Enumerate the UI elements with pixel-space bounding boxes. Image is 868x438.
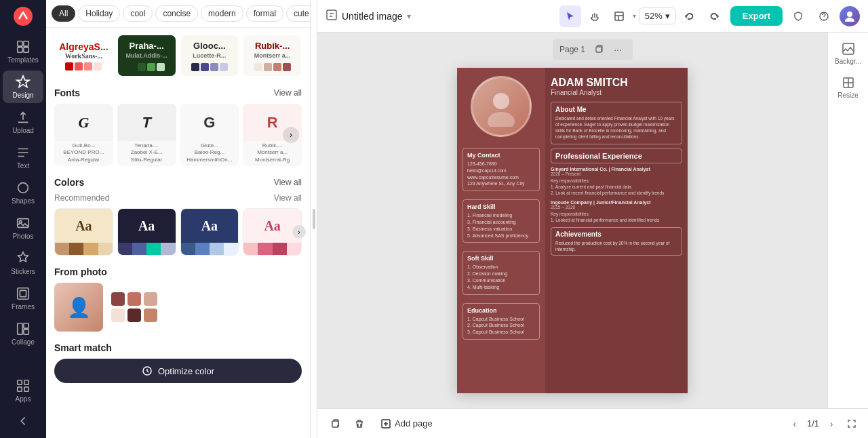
prev-page-btn[interactable]: ‹ [787,416,803,432]
filter-holiday[interactable]: Holiday [78,5,120,22]
sidebar-item-templates[interactable]: Templates [3,35,43,68]
font-card-4[interactable]: R Rubik-... Montserr a... Montserrat-Rg … [243,104,302,166]
from-photo-header: From photo [54,266,302,277]
svg-rect-2 [24,41,28,46]
soft-skill-section: Soft Skill 1. Observation2. Decision mak… [462,251,540,294]
svg-rect-13 [18,380,22,384]
font-template-3[interactable]: Glooc... Lucette-R... [180,35,239,77]
sidebar-item-text[interactable]: Text [3,141,43,174]
sidebar-item-stickers[interactable]: Stickers [3,247,43,279]
zoom-control[interactable]: 52% ▾ [639,7,676,24]
filter-concise[interactable]: concise [155,5,198,22]
hard-skills: 1. Financial modeling3. Financial accoun… [467,212,535,239]
add-page-button[interactable]: Add page [374,416,439,431]
layout-chevron[interactable]: ▾ [633,12,636,20]
contact-title: My Contact [467,152,535,159]
svg-rect-11 [24,323,28,328]
next-page-btn[interactable]: › [823,416,840,432]
delete-page-btn[interactable] [350,414,369,433]
photo-swatch-2[interactable] [127,292,141,306]
resume-right-column: ADAM SMITCH Financial Analyst About Me D… [545,68,688,393]
canvas-viewport[interactable]: Page 1 ··· [317,33,827,408]
svg-rect-4 [24,47,28,52]
page-more-btn[interactable]: ··· [610,41,626,58]
hard-skill-title: Hard Skill [467,203,535,210]
hand-tool[interactable] [584,5,606,27]
help-icon-btn[interactable] [814,6,834,26]
hard-skill-section: Hard Skill 1. Financial modeling3. Finan… [462,199,540,243]
contact-section: My Contact 123-456-7890hello@capcut.comw… [462,148,540,191]
filter-bar: All Holiday cool concise modern formal c… [46,0,310,28]
right-panel-resize[interactable]: Resize [831,72,866,103]
exp-block-2: Ingoude Company | Junior/Financial Analy… [551,200,682,223]
filter-all[interactable]: All [52,5,75,22]
resume-left-column: My Contact 123-456-7890hello@capcut.comw… [457,68,545,393]
sidebar-collapse-btn[interactable] [3,410,43,433]
font-template-4[interactable]: Rubik-... Montserr a... [243,35,302,77]
recommended-label: Recommended View all [54,193,302,203]
page-label: Page 1 [559,45,585,54]
undo-button[interactable] [679,5,701,27]
canvas-area: Untitled image ▾ ▾ 52% [317,0,868,438]
palette-1[interactable]: Aa [54,208,113,256]
smart-match-header: Smart match [54,342,302,353]
fonts-view-all[interactable]: View all [274,88,302,98]
svg-rect-14 [24,380,28,384]
toolbar-tools: ▾ 52% ▾ [559,5,725,27]
cursor-tool[interactable] [559,5,581,27]
font-card-1-label: Guti-Bo... BEYOND PRO... Anta-Regular [54,141,113,166]
svg-rect-19 [615,12,623,20]
filter-modern[interactable]: modern [201,5,243,22]
design-panel: All Holiday cool concise modern formal c… [46,0,311,438]
right-panel-background[interactable]: Backgr... [831,38,866,69]
filter-cute[interactable]: cute [286,5,310,22]
sidebar-item-photos[interactable]: Photos [3,212,43,244]
redo-button[interactable] [703,5,725,27]
user-avatar[interactable] [840,6,860,26]
sidebar-item-collage[interactable]: Collage [3,317,43,350]
layout-tool[interactable] [608,5,630,27]
photo-swatch-6[interactable] [144,308,157,322]
panel-resize-handle[interactable] [311,0,317,438]
fonts-more-btn[interactable]: › [283,127,299,143]
palettes-more-btn[interactable]: › [292,225,306,239]
photo-swatch-3[interactable] [144,292,157,306]
sidebar-item-design[interactable]: Design [3,71,43,103]
fonts-grid: G Guti-Bo... BEYOND PRO... Anta-Regular … [54,104,302,166]
fullscreen-btn[interactable] [844,416,860,432]
sidebar-item-upload[interactable]: Upload [3,106,43,138]
font-card-3[interactable]: G Glute... Baloo-Reg... HammersmithOn... [180,104,239,166]
exp1-dates: 2020 – Present [551,172,682,176]
doc-title-chevron[interactable]: ▾ [407,12,411,21]
svg-rect-12 [24,330,28,334]
optimize-color-button[interactable]: Optimize color [54,359,302,383]
sidebar-item-shapes[interactable]: Shapes [3,176,43,209]
photo-swatch-5[interactable] [127,308,141,322]
sidebar-item-frames[interactable]: Frames [3,282,43,315]
shield-icon-btn[interactable] [788,6,808,26]
font-card-1[interactable]: G Guti-Bo... BEYOND PRO... Anta-Regular [54,104,113,166]
palette-3[interactable]: Aa [180,208,239,256]
palette-2[interactable]: Aa [117,208,176,256]
photo-swatch-4[interactable] [111,308,125,322]
photo-swatch-1[interactable] [111,292,125,306]
font-template-1[interactable]: AlgreyaS... WorkSans-... [54,35,113,77]
about-me-section: About Me Dedicated and detail-oriented F… [551,102,682,144]
copy-page-btn[interactable] [326,414,344,433]
bottom-right-controls: ‹ 1/1 › [787,416,860,432]
doc-title: Untitled image [342,11,403,22]
font-card-3-label: Glute... Baloo-Reg... HammersmithOn... [180,141,239,166]
filter-cool[interactable]: cool [123,5,153,22]
sidebar-item-apps[interactable]: Apps [3,374,43,407]
exp2-dates: 2015 – 2020 [551,205,682,210]
font-card-2[interactable]: T Tenada-... Zaobel X-E... Stilu-Regular [117,104,176,166]
font-template-2[interactable]: Praha-... Mulat.Addis-... [117,35,176,77]
photo-thumbnail[interactable]: 👤 [54,283,103,332]
export-button[interactable]: Export [730,6,783,26]
achieve-text: Reduced the production cost by 20% in th… [555,240,677,252]
colors-view-all[interactable]: View all [274,178,302,187]
page-copy-btn[interactable] [591,41,607,58]
smart-match-section: Smart match Optimize color [54,342,302,383]
canvas-container: Page 1 ··· [317,33,868,408]
filter-formal[interactable]: formal [246,5,283,22]
